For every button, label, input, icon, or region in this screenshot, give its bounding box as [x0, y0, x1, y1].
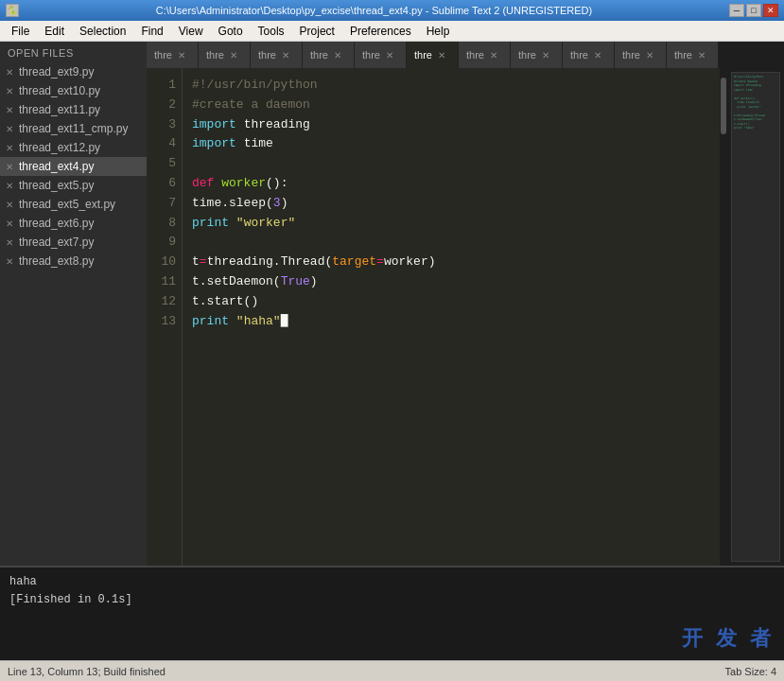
- code-line: t=threading.Thread(target=worker): [192, 253, 710, 272]
- file-name: thread_ext11_cmp.py: [19, 122, 128, 135]
- output-panel: haha[Finished in 0.1s]: [0, 566, 784, 660]
- tab-label: thre: [466, 49, 484, 61]
- editor-tab[interactable]: thre✕: [459, 42, 511, 68]
- line-number: 4: [152, 134, 176, 154]
- code-line: t.start(): [192, 292, 710, 312]
- tab-close-icon[interactable]: ✕: [542, 50, 549, 61]
- maximize-button[interactable]: □: [746, 4, 761, 17]
- menu-find[interactable]: Find: [133, 21, 170, 41]
- code-line: #!/usr/bin/python: [192, 76, 710, 96]
- sidebar-file-item[interactable]: ✕thread_ext8.py: [0, 252, 147, 271]
- menu-project[interactable]: Project: [292, 21, 342, 41]
- file-close-icon[interactable]: ✕: [6, 105, 13, 115]
- sidebar-file-item[interactable]: ✕thread_ext11.py: [0, 100, 147, 119]
- menu-goto[interactable]: Goto: [211, 21, 251, 41]
- output-line: [Finished in 0.1s]: [9, 591, 775, 609]
- tab-close-icon[interactable]: ✕: [438, 50, 445, 61]
- tab-size: Tab Size: 4: [725, 666, 776, 677]
- title-bar: 🐍 C:\Users\Administrator\Desktop\py_exci…: [0, 0, 784, 21]
- code-line: [192, 154, 710, 174]
- main-area: OPEN FILES ✕thread_ext9.py✕thread_ext10.…: [0, 42, 784, 566]
- sidebar-file-item[interactable]: ✕thread_ext5_ext.py: [0, 195, 147, 214]
- menu-selection[interactable]: Selection: [72, 21, 133, 41]
- tab-close-icon[interactable]: ✕: [646, 50, 653, 61]
- editor-tab[interactable]: thre✕: [511, 42, 563, 68]
- file-close-icon[interactable]: ✕: [6, 256, 13, 267]
- code-editor[interactable]: 12345678910111213 #!/usr/bin/python#crea…: [147, 68, 720, 566]
- menu-tools[interactable]: Tools: [251, 21, 292, 41]
- line-number: 12: [152, 292, 176, 312]
- menu-bar: File Edit Selection Find View Goto Tools…: [0, 21, 784, 42]
- file-close-icon[interactable]: ✕: [6, 237, 13, 248]
- editor-tab[interactable]: thre✕: [251, 42, 303, 68]
- tab-close-icon[interactable]: ✕: [490, 50, 497, 61]
- sidebar-file-item[interactable]: ✕thread_ext12.py: [0, 138, 147, 157]
- line-numbers: 12345678910111213: [147, 68, 183, 566]
- sidebar-file-item[interactable]: ✕thread_ext9.py: [0, 62, 147, 81]
- sidebar-file-item[interactable]: ✕thread_ext11_cmp.py: [0, 119, 147, 138]
- line-number: 5: [152, 154, 176, 174]
- menu-view[interactable]: View: [171, 21, 211, 41]
- editor-tab[interactable]: thre✕: [147, 42, 199, 68]
- menu-preferences[interactable]: Preferences: [342, 21, 419, 41]
- file-close-icon[interactable]: ✕: [6, 200, 13, 210]
- tab-close-icon[interactable]: ✕: [594, 50, 601, 61]
- editor-tab[interactable]: thre✕: [615, 42, 667, 68]
- sidebar-file-item[interactable]: ✕thread_ext4.py: [0, 157, 147, 176]
- file-close-icon[interactable]: ✕: [6, 162, 13, 172]
- menu-edit[interactable]: Edit: [37, 21, 72, 41]
- sidebar-file-item[interactable]: ✕thread_ext5.py: [0, 176, 147, 195]
- tab-close-icon[interactable]: ✕: [282, 50, 289, 61]
- file-name: thread_ext6.py: [19, 217, 94, 230]
- file-close-icon[interactable]: ✕: [6, 86, 13, 96]
- editor-tab[interactable]: thre✕: [199, 42, 251, 68]
- sidebar-header: OPEN FILES: [0, 42, 147, 62]
- editor-tab[interactable]: thre✕: [667, 42, 719, 68]
- code-line: print "worker": [192, 214, 710, 234]
- menu-help[interactable]: Help: [419, 21, 458, 41]
- output-line: haha: [9, 573, 775, 591]
- file-close-icon[interactable]: ✕: [6, 181, 13, 191]
- file-close-icon[interactable]: ✕: [6, 218, 13, 229]
- status-left: Line 13, Column 13; Build finished: [8, 666, 166, 677]
- tab-label: thre: [622, 49, 640, 61]
- line-number: 3: [152, 115, 176, 135]
- line-number: 2: [152, 96, 176, 115]
- file-name: thread_ext9.py: [19, 65, 94, 79]
- tab-close-icon[interactable]: ✕: [178, 50, 185, 61]
- code-line: import time: [192, 134, 710, 154]
- file-name: thread_ext7.py: [19, 236, 94, 249]
- minimap: #!/usr/bin/python #create daemon import …: [727, 68, 784, 566]
- sidebar-file-item[interactable]: ✕thread_ext10.py: [0, 81, 147, 100]
- editor-tab[interactable]: thre✕: [563, 42, 615, 68]
- editor-tab[interactable]: thre✕: [407, 42, 459, 68]
- window-controls[interactable]: ─ □ ✕: [729, 4, 778, 17]
- code-line: t.setDaemon(True): [192, 272, 710, 292]
- tab-label: thre: [206, 49, 224, 61]
- sidebar-file-item[interactable]: ✕thread_ext7.py: [0, 233, 147, 252]
- sidebar-file-item[interactable]: ✕thread_ext6.py: [0, 214, 147, 233]
- file-name: thread_ext4.py: [19, 160, 94, 173]
- code-line: print "haha"█: [192, 312, 710, 332]
- code-content[interactable]: #!/usr/bin/python#create a daemonimport …: [183, 68, 720, 566]
- close-button[interactable]: ✕: [763, 4, 778, 17]
- output-content: haha[Finished in 0.1s]: [9, 573, 775, 609]
- tab-close-icon[interactable]: ✕: [698, 50, 706, 61]
- editor-scrollbar[interactable]: [720, 68, 727, 566]
- editor-tab[interactable]: thre✕: [303, 42, 355, 68]
- menu-file[interactable]: File: [4, 21, 37, 41]
- file-close-icon[interactable]: ✕: [6, 124, 13, 134]
- tab-label: thre: [518, 49, 536, 61]
- minimize-button[interactable]: ─: [729, 4, 744, 17]
- file-close-icon[interactable]: ✕: [6, 67, 13, 78]
- tab-close-icon[interactable]: ✕: [334, 50, 341, 61]
- status-bar: Line 13, Column 13; Build finished Tab S…: [0, 660, 784, 681]
- file-close-icon[interactable]: ✕: [6, 143, 13, 153]
- editor-tab[interactable]: thre✕: [355, 42, 407, 68]
- tab-close-icon[interactable]: ✕: [230, 50, 237, 61]
- app-icon: 🐍: [6, 4, 19, 17]
- code-line: def worker():: [192, 174, 710, 194]
- scrollbar-thumb[interactable]: [721, 78, 726, 134]
- tab-close-icon[interactable]: ✕: [386, 50, 393, 61]
- window-title: C:\Users\Administrator\Desktop\py_excise…: [19, 5, 729, 16]
